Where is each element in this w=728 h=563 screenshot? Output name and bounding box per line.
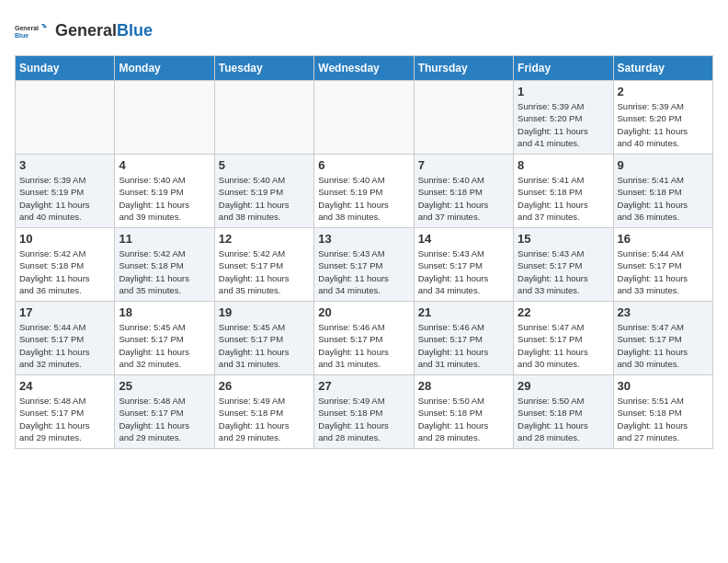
day-number: 21	[418, 305, 509, 319]
day-number: 15	[518, 232, 609, 246]
day-number: 19	[219, 305, 310, 319]
calendar-cell: 12Sunrise: 5:42 AM Sunset: 5:17 PM Dayli…	[214, 228, 313, 302]
column-header-monday: Monday	[115, 56, 214, 81]
calendar-cell: 5Sunrise: 5:40 AM Sunset: 5:19 PM Daylig…	[214, 155, 313, 228]
calendar-cell: 20Sunrise: 5:46 AM Sunset: 5:17 PM Dayli…	[314, 302, 414, 375]
calendar-cell: 10Sunrise: 5:42 AM Sunset: 5:18 PM Dayli…	[16, 228, 115, 302]
column-header-tuesday: Tuesday	[214, 56, 313, 81]
day-detail: Sunrise: 5:48 AM Sunset: 5:17 PM Dayligh…	[19, 395, 110, 443]
day-number: 2	[618, 85, 709, 98]
day-number: 27	[318, 379, 409, 393]
calendar-cell: 24Sunrise: 5:48 AM Sunset: 5:17 PM Dayli…	[16, 375, 115, 449]
calendar-cell: 29Sunrise: 5:50 AM Sunset: 5:18 PM Dayli…	[514, 375, 613, 449]
calendar-week-row: 24Sunrise: 5:48 AM Sunset: 5:17 PM Dayli…	[16, 375, 713, 449]
calendar-table: SundayMondayTuesdayWednesdayThursdayFrid…	[15, 55, 713, 449]
day-number: 26	[219, 379, 310, 393]
calendar-cell: 16Sunrise: 5:44 AM Sunset: 5:17 PM Dayli…	[613, 228, 712, 302]
svg-text:Blue: Blue	[15, 32, 28, 39]
day-detail: Sunrise: 5:40 AM Sunset: 5:19 PM Dayligh…	[119, 174, 210, 223]
calendar-cell: 26Sunrise: 5:49 AM Sunset: 5:18 PM Dayli…	[214, 375, 313, 449]
calendar-cell: 17Sunrise: 5:44 AM Sunset: 5:17 PM Dayli…	[16, 302, 115, 375]
calendar-cell: 8Sunrise: 5:41 AM Sunset: 5:18 PM Daylig…	[514, 155, 613, 228]
column-header-thursday: Thursday	[414, 56, 513, 81]
day-detail: Sunrise: 5:42 AM Sunset: 5:17 PM Dayligh…	[219, 247, 310, 296]
day-detail: Sunrise: 5:41 AM Sunset: 5:18 PM Dayligh…	[618, 174, 709, 223]
calendar-cell: 11Sunrise: 5:42 AM Sunset: 5:18 PM Dayli…	[115, 228, 214, 302]
logo-blue: Blue	[117, 21, 153, 40]
day-detail: Sunrise: 5:42 AM Sunset: 5:18 PM Dayligh…	[19, 247, 110, 296]
calendar-cell: 1Sunrise: 5:39 AM Sunset: 5:20 PM Daylig…	[514, 81, 613, 155]
calendar-cell: 22Sunrise: 5:47 AM Sunset: 5:17 PM Dayli…	[514, 302, 613, 375]
day-number: 18	[119, 305, 210, 319]
day-detail: Sunrise: 5:39 AM Sunset: 5:19 PM Dayligh…	[19, 174, 110, 223]
day-number: 16	[618, 232, 709, 246]
day-number: 10	[19, 232, 110, 246]
calendar-cell: 2Sunrise: 5:39 AM Sunset: 5:20 PM Daylig…	[613, 81, 712, 155]
calendar-cell	[214, 81, 313, 155]
calendar-week-row: 10Sunrise: 5:42 AM Sunset: 5:18 PM Dayli…	[16, 228, 713, 302]
day-number: 30	[618, 379, 709, 393]
day-number: 3	[19, 158, 110, 172]
day-detail: Sunrise: 5:39 AM Sunset: 5:20 PM Dayligh…	[518, 100, 609, 149]
calendar-cell: 19Sunrise: 5:45 AM Sunset: 5:17 PM Dayli…	[214, 302, 313, 375]
calendar-cell: 23Sunrise: 5:47 AM Sunset: 5:17 PM Dayli…	[613, 302, 712, 375]
calendar-cell: 3Sunrise: 5:39 AM Sunset: 5:19 PM Daylig…	[16, 155, 115, 228]
day-detail: Sunrise: 5:45 AM Sunset: 5:17 PM Dayligh…	[219, 321, 310, 370]
calendar-header-row: SundayMondayTuesdayWednesdayThursdayFrid…	[16, 56, 713, 81]
day-detail: Sunrise: 5:39 AM Sunset: 5:20 PM Dayligh…	[618, 100, 709, 149]
day-number: 20	[318, 305, 409, 319]
calendar-cell: 7Sunrise: 5:40 AM Sunset: 5:18 PM Daylig…	[414, 155, 513, 228]
calendar-cell	[115, 81, 214, 155]
calendar-week-row: 17Sunrise: 5:44 AM Sunset: 5:17 PM Dayli…	[16, 302, 713, 375]
day-detail: Sunrise: 5:40 AM Sunset: 5:19 PM Dayligh…	[219, 174, 310, 223]
day-number: 24	[19, 379, 110, 393]
calendar-cell: 4Sunrise: 5:40 AM Sunset: 5:19 PM Daylig…	[115, 155, 214, 228]
day-detail: Sunrise: 5:46 AM Sunset: 5:17 PM Dayligh…	[318, 321, 409, 370]
calendar-cell: 27Sunrise: 5:49 AM Sunset: 5:18 PM Dayli…	[314, 375, 414, 449]
day-detail: Sunrise: 5:43 AM Sunset: 5:17 PM Dayligh…	[418, 247, 509, 296]
day-detail: Sunrise: 5:41 AM Sunset: 5:18 PM Dayligh…	[518, 174, 609, 223]
day-number: 17	[19, 305, 110, 319]
day-detail: Sunrise: 5:40 AM Sunset: 5:19 PM Dayligh…	[318, 174, 409, 223]
page-header: General Blue GeneralBlue	[15, 15, 713, 48]
calendar-cell	[16, 81, 115, 155]
calendar-cell	[314, 81, 414, 155]
day-detail: Sunrise: 5:43 AM Sunset: 5:17 PM Dayligh…	[318, 247, 409, 296]
day-detail: Sunrise: 5:49 AM Sunset: 5:18 PM Dayligh…	[318, 395, 409, 443]
logo-general: General	[55, 21, 117, 40]
day-number: 9	[618, 158, 709, 172]
day-detail: Sunrise: 5:44 AM Sunset: 5:17 PM Dayligh…	[19, 321, 110, 370]
day-detail: Sunrise: 5:40 AM Sunset: 5:18 PM Dayligh…	[418, 174, 509, 223]
day-detail: Sunrise: 5:42 AM Sunset: 5:18 PM Dayligh…	[119, 247, 210, 296]
column-header-friday: Friday	[514, 56, 613, 81]
day-number: 12	[219, 232, 310, 246]
day-detail: Sunrise: 5:51 AM Sunset: 5:18 PM Dayligh…	[618, 395, 709, 443]
calendar-cell: 30Sunrise: 5:51 AM Sunset: 5:18 PM Dayli…	[613, 375, 712, 449]
day-number: 22	[518, 305, 609, 319]
calendar-week-row: 1Sunrise: 5:39 AM Sunset: 5:20 PM Daylig…	[16, 81, 713, 155]
column-header-sunday: Sunday	[16, 56, 115, 81]
day-detail: Sunrise: 5:47 AM Sunset: 5:17 PM Dayligh…	[618, 321, 709, 370]
column-header-wednesday: Wednesday	[314, 56, 414, 81]
day-number: 28	[418, 379, 509, 393]
day-number: 29	[518, 379, 609, 393]
calendar-cell: 18Sunrise: 5:45 AM Sunset: 5:17 PM Dayli…	[115, 302, 214, 375]
day-detail: Sunrise: 5:47 AM Sunset: 5:17 PM Dayligh…	[518, 321, 609, 370]
day-number: 8	[518, 158, 609, 172]
day-number: 25	[119, 379, 210, 393]
calendar-cell: 21Sunrise: 5:46 AM Sunset: 5:17 PM Dayli…	[414, 302, 513, 375]
column-header-saturday: Saturday	[613, 56, 712, 81]
day-detail: Sunrise: 5:49 AM Sunset: 5:18 PM Dayligh…	[219, 395, 310, 443]
day-detail: Sunrise: 5:50 AM Sunset: 5:18 PM Dayligh…	[418, 395, 509, 443]
calendar-cell: 15Sunrise: 5:43 AM Sunset: 5:17 PM Dayli…	[514, 228, 613, 302]
day-number: 1	[518, 85, 609, 98]
calendar-cell: 28Sunrise: 5:50 AM Sunset: 5:18 PM Dayli…	[414, 375, 513, 449]
day-detail: Sunrise: 5:44 AM Sunset: 5:17 PM Dayligh…	[618, 247, 709, 296]
calendar-cell: 9Sunrise: 5:41 AM Sunset: 5:18 PM Daylig…	[613, 155, 712, 228]
day-number: 6	[318, 158, 409, 172]
calendar-cell	[414, 81, 513, 155]
day-number: 7	[418, 158, 509, 172]
svg-text:General: General	[15, 25, 39, 31]
day-detail: Sunrise: 5:45 AM Sunset: 5:17 PM Dayligh…	[119, 321, 210, 370]
day-detail: Sunrise: 5:48 AM Sunset: 5:17 PM Dayligh…	[119, 395, 210, 443]
